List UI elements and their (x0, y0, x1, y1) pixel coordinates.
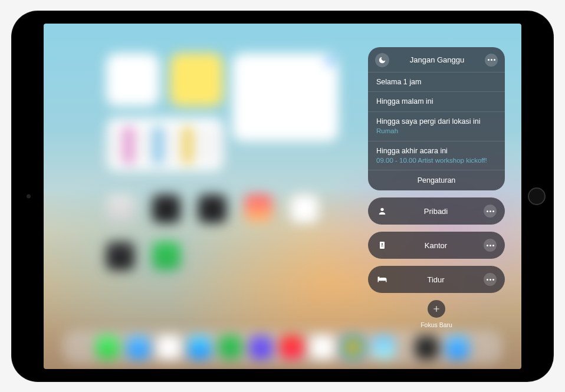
do-not-disturb-card: Jangan Ganggu Selama 1 jam Hingga malam … (368, 47, 505, 191)
dock-separator (405, 337, 406, 357)
person-icon (376, 205, 388, 217)
app-icon (198, 195, 226, 223)
option-label: Hingga malam ini (376, 97, 497, 107)
focus-panel: Jangan Ganggu Selama 1 jam Hingga malam … (368, 47, 505, 329)
ellipsis-icon (487, 279, 494, 281)
plus-icon (432, 305, 441, 313)
more-button[interactable] (484, 205, 497, 218)
dock-app-icon (280, 335, 304, 359)
duration-option-1h[interactable]: Selama 1 jam (368, 72, 505, 92)
duration-option-leave-location[interactable]: Hingga saya pergi dari lokasi ini Rumah (368, 111, 505, 140)
app-icon (106, 242, 134, 270)
option-sublabel: Rumah (376, 127, 497, 136)
svg-point-0 (380, 208, 383, 211)
dock (63, 330, 502, 364)
widget-clock (106, 53, 159, 106)
focus-mode-label: Kantor (394, 241, 478, 250)
option-label: Selama 1 jam (376, 77, 497, 87)
focus-mode-label: Tidur (394, 275, 478, 284)
ipad-frame: Jangan Ganggu Selama 1 jam Hingga malam … (11, 11, 554, 382)
badge-icon (376, 239, 388, 251)
option-label: Hingga akhir acara ini (376, 146, 497, 156)
focus-mode-tidur[interactable]: Tidur (368, 266, 505, 293)
svg-rect-3 (381, 246, 383, 246)
app-icon (106, 195, 134, 223)
focus-mode-pribadi[interactable]: Pribadi (368, 197, 505, 225)
duration-option-evening[interactable]: Hingga malam ini (368, 91, 505, 111)
ellipsis-icon (487, 210, 494, 212)
app-icon (290, 195, 318, 223)
dock-app-icon (127, 335, 150, 359)
focus-mode-label: Pribadi (394, 207, 478, 216)
svg-rect-1 (380, 242, 385, 249)
dock-app-icon (341, 335, 365, 359)
moon-icon (375, 53, 389, 67)
bed-icon (376, 274, 388, 285)
ellipsis-icon (487, 245, 494, 246)
dock-app-icon (446, 335, 469, 359)
focus-active-header[interactable]: Jangan Ganggu (368, 47, 505, 72)
dock-app-icon (157, 335, 181, 359)
new-focus-label: Fokus Baru (421, 321, 452, 328)
app-icon (152, 242, 180, 270)
dock-app-icon (188, 335, 212, 359)
duration-option-end-of-event[interactable]: Hingga akhir acara ini 09.00 - 10.00 Art… (368, 141, 505, 170)
widget-reminders (232, 53, 339, 141)
svg-point-2 (382, 243, 383, 245)
option-label: Hingga saya pergi dari lokasi ini (376, 117, 497, 127)
dock-app-icon (219, 335, 242, 359)
front-camera (27, 194, 31, 198)
widget-calendar (106, 118, 224, 171)
focus-mode-kantor[interactable]: Kantor (368, 232, 505, 259)
ellipsis-icon (488, 59, 495, 61)
new-focus-button[interactable] (428, 300, 445, 318)
app-icon (244, 195, 272, 223)
more-button[interactable] (484, 273, 497, 286)
more-button[interactable] (484, 239, 497, 252)
dock-app-icon (96, 335, 120, 359)
focus-settings-link[interactable]: Pengaturan (368, 170, 505, 190)
widget-notes (170, 53, 223, 106)
more-button[interactable] (485, 54, 498, 67)
app-icon (152, 195, 180, 223)
dock-app-icon (311, 335, 334, 359)
dock-app-icon (415, 335, 439, 359)
dock-app-icon (372, 335, 396, 359)
dock-app-icon (249, 335, 273, 359)
focus-active-title: Jangan Ganggu (394, 55, 480, 64)
svg-point-4 (379, 278, 380, 279)
new-focus-group: Fokus Baru (368, 300, 505, 328)
screen: Jangan Ganggu Selama 1 jam Hingga malam … (44, 24, 521, 369)
home-button[interactable] (528, 187, 546, 205)
option-sublabel: 09.00 - 10.00 Artist workshop kickoff! (376, 156, 497, 166)
